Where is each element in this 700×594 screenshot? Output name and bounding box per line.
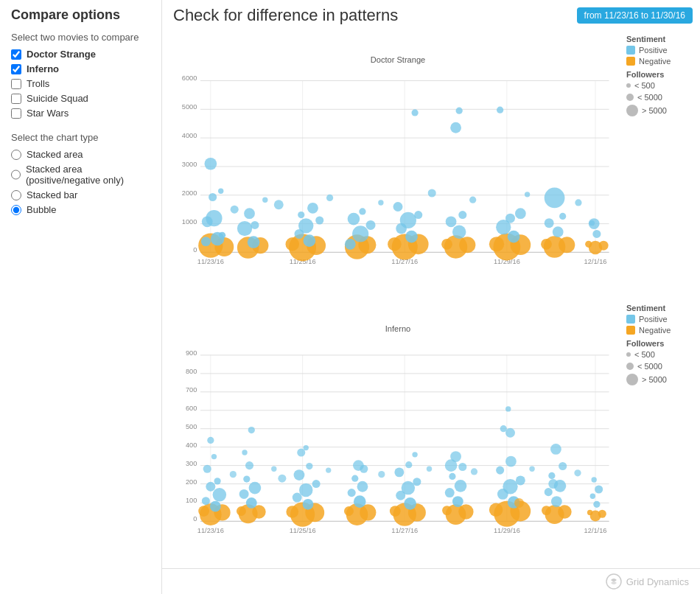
- stacked-area-pn-radio[interactable]: [11, 170, 21, 180]
- chart2-positive-label: Positive: [639, 315, 668, 324]
- radio-stacked-area[interactable]: Stacked area: [11, 149, 150, 160]
- svg-text:100: 100: [186, 497, 197, 504]
- chart2-followers-5000-label: < 5000: [637, 362, 662, 371]
- sidebar-title: Compare options: [11, 7, 150, 23]
- radio-bubble[interactable]: Bubble: [11, 204, 150, 215]
- bubble-radio[interactable]: [11, 205, 21, 215]
- svg-point-185: [412, 452, 417, 457]
- svg-text:11/25/16: 11/25/16: [290, 527, 316, 534]
- svg-point-144: [211, 453, 217, 458]
- trolls-label: Trolls: [27, 78, 49, 89]
- svg-point-215: [548, 472, 555, 478]
- chart2-followers-title: Followers: [626, 339, 693, 348]
- svg-point-202: [516, 475, 525, 485]
- svg-point-192: [449, 472, 455, 479]
- svg-text:4000: 4000: [182, 132, 197, 139]
- negative-color: [626, 57, 635, 66]
- svg-point-52: [345, 239, 356, 250]
- svg-point-54: [366, 220, 376, 230]
- movie-trolls[interactable]: Trolls: [11, 78, 150, 89]
- svg-point-225: [591, 477, 596, 482]
- radio-stacked-bar[interactable]: Stacked bar: [11, 189, 150, 200]
- svg-point-164: [306, 462, 312, 469]
- svg-point-56: [359, 208, 365, 214]
- movie-inferno[interactable]: Inferno: [11, 63, 150, 74]
- svg-text:11/29/16: 11/29/16: [494, 527, 520, 534]
- svg-text:900: 900: [186, 349, 197, 356]
- svg-point-150: [239, 489, 249, 498]
- svg-point-166: [304, 444, 309, 450]
- svg-text:3000: 3000: [182, 161, 197, 168]
- stacked-bar-radio[interactable]: [11, 190, 21, 200]
- svg-point-97: [274, 200, 284, 209]
- movie-doctor-strange[interactable]: Doctor Strange: [11, 49, 150, 60]
- chart2-sentiment-title: Sentiment: [626, 304, 693, 312]
- svg-text:300: 300: [186, 459, 197, 467]
- svg-point-140: [213, 488, 226, 501]
- svg-point-55: [348, 213, 360, 226]
- chart1-negative-legend: Negative: [626, 57, 693, 66]
- stacked-area-radio[interactable]: [11, 150, 21, 160]
- chart2-negative-color: [626, 326, 635, 335]
- star-wars-checkbox[interactable]: [11, 108, 21, 119]
- movie-star-wars[interactable]: Star Wars: [11, 108, 150, 119]
- chart1-svg: Doctor Strange 0 1000 2000 3000 4000 500…: [173, 31, 623, 297]
- chart1-title: Doctor Strange: [371, 55, 426, 64]
- svg-point-48: [298, 212, 304, 218]
- svg-point-232: [471, 468, 477, 475]
- svg-point-99: [378, 200, 383, 205]
- svg-text:600: 600: [186, 404, 197, 411]
- chart2-followers-more5000-label: > 5000: [642, 375, 667, 384]
- suicide-squad-checkbox[interactable]: [11, 94, 21, 104]
- svg-point-83: [559, 237, 575, 253]
- svg-point-92: [592, 230, 601, 238]
- chart2-title: Inferno: [385, 324, 411, 332]
- svg-point-154: [242, 450, 247, 455]
- movie-suicide-squad[interactable]: Suicide Squad: [11, 93, 150, 104]
- svg-point-88: [545, 188, 565, 209]
- svg-point-210: [558, 505, 571, 518]
- svg-point-228: [278, 474, 286, 482]
- svg-point-152: [243, 475, 250, 482]
- trolls-checkbox[interactable]: [11, 79, 21, 89]
- chart2-followers-500-label: < 500: [634, 350, 655, 359]
- doctor-strange-checkbox[interactable]: [11, 49, 21, 60]
- svg-point-178: [390, 506, 401, 517]
- svg-point-207: [505, 406, 511, 411]
- svg-point-145: [207, 436, 214, 443]
- chart2-container: Inferno 0 100 200 300 400 500 600 700 80…: [173, 300, 693, 566]
- chart2-followers-more5000: > 5000: [626, 374, 693, 385]
- svg-text:12/1/16: 12/1/16: [584, 527, 607, 534]
- inferno-checkbox[interactable]: [11, 64, 21, 74]
- svg-text:5000: 5000: [182, 103, 197, 111]
- svg-point-53: [352, 226, 368, 242]
- chart2-positive-color: [626, 315, 635, 324]
- sidebar: Compare options Select two movies to com…: [0, 0, 162, 594]
- svg-point-39: [251, 221, 259, 229]
- svg-point-137: [198, 506, 209, 517]
- svg-point-170: [354, 495, 366, 508]
- svg-point-216: [559, 461, 567, 469]
- svg-point-226: [230, 471, 237, 478]
- svg-point-183: [394, 467, 404, 477]
- content-title: Check for difference in patterns: [173, 6, 398, 25]
- svg-point-201: [503, 479, 517, 494]
- date-range-badge: from 11/23/16 to 11/30/16: [577, 7, 693, 24]
- footer-logo: Grid Dynamics: [606, 573, 689, 590]
- svg-text:12/1/16: 12/1/16: [584, 258, 607, 265]
- svg-point-37: [248, 236, 260, 248]
- svg-point-169: [344, 506, 354, 516]
- grid-dynamics-icon: [606, 573, 622, 590]
- svg-point-173: [351, 475, 358, 481]
- radio-stacked-area-pn[interactable]: Stacked area (positive/negative only): [11, 164, 150, 186]
- svg-text:800: 800: [186, 367, 197, 374]
- svg-point-32: [209, 193, 217, 201]
- svg-point-191: [455, 480, 467, 492]
- chart2-negative-label: Negative: [639, 326, 671, 335]
- chart1-positive-legend: Positive: [626, 46, 693, 55]
- chart1-container: Doctor Strange 0 1000 2000 3000 4000 500…: [173, 31, 693, 297]
- chart2-followers-5000-dot: [626, 363, 634, 370]
- svg-text:700: 700: [186, 385, 197, 393]
- chart2-followers-5000: < 5000: [626, 362, 693, 371]
- svg-point-60: [405, 231, 418, 243]
